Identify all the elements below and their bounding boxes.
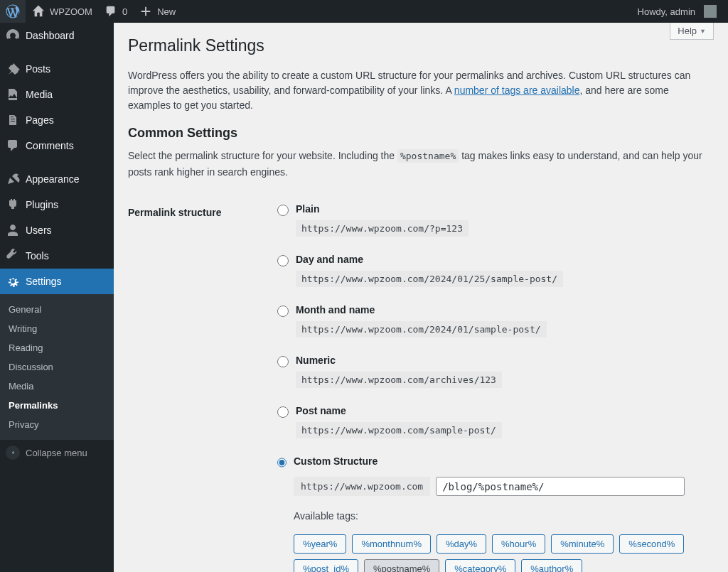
available-tags-label: Available tags: [294,510,707,522]
postname-tag-code: %postname% [397,149,459,163]
radio-post-name[interactable] [277,406,289,418]
account-link[interactable]: Howdy, admin [632,0,722,23]
radio-month-name[interactable] [277,306,289,317]
collapse-label: Collapse menu [26,448,87,458]
option-label: Plain [296,203,469,215]
option-example: https://www.wpzoom.com/?p=123 [296,220,469,237]
avatar [704,5,717,18]
plus-icon [139,4,153,18]
wp-logo[interactable] [0,0,26,23]
sidebar-item-media[interactable]: Media [0,82,114,107]
sidebar-item-posts[interactable]: Posts [0,56,114,82]
sidebar-item-label: Tools [26,250,49,261]
permalink-structure-options: Plain https://www.wpzoom.com/?p=123 Day … [277,203,707,572]
collapse-icon [6,446,20,460]
sub-item-media[interactable]: Media [0,377,114,396]
radio-custom[interactable] [277,457,287,468]
comment-count: 0 [122,6,127,17]
sub-item-privacy[interactable]: Privacy [0,415,114,434]
sub-item-writing[interactable]: Writing [0,319,114,338]
wordpress-icon [6,4,20,18]
sidebar-item-label: Users [26,225,52,236]
custom-structure-input[interactable] [436,477,685,496]
radio-plain[interactable] [277,205,289,216]
permalink-structure-label: Permalink structure [128,193,270,572]
admin-sidebar: Dashboard Posts Media Pages Comments [0,23,114,572]
tag-post-id[interactable]: %post_id% [294,559,358,572]
sidebar-item-label: Posts [26,63,50,75]
sidebar-item-appearance[interactable]: Appearance [0,166,114,192]
tag-author[interactable]: %author% [521,559,582,572]
option-label: Day and name [296,254,563,265]
common-settings-desc: Select the permalink structure for your … [128,148,711,180]
settings-icon [6,274,20,288]
option-day-name[interactable]: Day and name https://www.wpzoom.com/2024… [277,254,707,287]
chevron-down-icon: ▼ [700,28,706,35]
option-example: https://www.wpzoom.com/2024/01/25/sample… [296,271,563,287]
page-title: Permalink Settings [128,30,714,58]
sidebar-item-label: Appearance [26,173,80,185]
option-plain[interactable]: Plain https://www.wpzoom.com/?p=123 [277,203,707,237]
site-name-link[interactable]: WPZOOM [26,0,98,23]
comment-icon [104,4,118,18]
pages-icon [6,113,20,127]
option-label: Post name [296,405,502,416]
collapse-menu[interactable]: Collapse menu [0,440,114,465]
sidebar-item-tools[interactable]: Tools [0,243,114,269]
tag-monthnum[interactable]: %monthnum% [352,534,431,554]
option-month-name[interactable]: Month and name https://www.wpzoom.com/20… [277,304,707,338]
radio-numeric[interactable] [277,356,289,367]
site-name: WPZOOM [50,6,92,17]
sub-item-discussion[interactable]: Discussion [0,357,114,377]
sidebar-item-comments[interactable]: Comments [0,133,114,158]
admin-bar: WPZOOM 0 New Howdy, admin [0,0,728,23]
settings-submenu: General Writing Reading Discussion Media… [0,294,114,440]
sidebar-item-plugins[interactable]: Plugins [0,192,114,217]
sidebar-item-settings[interactable]: Settings [0,269,114,294]
plugin-icon [6,198,20,212]
tag-category[interactable]: %category% [445,559,515,572]
option-label: Numeric [296,355,502,366]
help-label: Help [678,26,697,36]
tag-day[interactable]: %day% [437,534,486,554]
sub-item-reading[interactable]: Reading [0,338,114,357]
tags-doc-link[interactable]: number of tags are available [454,85,580,96]
option-custom: Custom Structure https://www.wpzoom.com … [277,455,707,572]
tag-hour[interactable]: %hour% [492,534,545,554]
comment-icon [6,139,20,153]
common-settings-heading: Common Settings [128,126,714,141]
radio-day-name[interactable] [277,255,289,266]
option-example: https://www.wpzoom.com/sample-post/ [296,422,502,438]
sidebar-item-label: Settings [26,276,62,287]
help-toggle[interactable]: Help ▼ [670,23,714,40]
sidebar-item-label: Plugins [26,199,58,210]
option-example: https://www.wpzoom.com/archives/123 [296,372,502,388]
tag-second[interactable]: %second% [619,534,684,554]
comments-link[interactable]: 0 [98,0,133,23]
tool-icon [6,249,20,263]
media-icon [6,87,20,102]
appearance-icon [6,172,20,186]
sidebar-item-users[interactable]: Users [0,217,114,243]
sidebar-item-pages[interactable]: Pages [0,107,114,133]
sidebar-item-dashboard[interactable]: Dashboard [0,23,114,48]
option-post-name[interactable]: Post name https://www.wpzoom.com/sample-… [277,405,707,438]
sub-item-permalinks[interactable]: Permalinks [0,396,114,415]
custom-url-prefix: https://www.wpzoom.com [294,477,430,496]
option-example: https://www.wpzoom.com/2024/01/sample-po… [296,321,547,338]
tag-minute[interactable]: %minute% [551,534,614,554]
howdy-text: Howdy, admin [638,6,695,17]
tag-postname[interactable]: %postname% [364,559,439,572]
tag-year[interactable]: %year% [294,534,346,554]
tags-row: %year% %monthnum% %day% %hour% %minute% … [294,534,707,572]
sub-item-general[interactable]: General [0,300,114,319]
option-label: Month and name [296,304,547,315]
new-content-link[interactable]: New [133,0,181,23]
pin-icon [6,62,20,76]
new-label: New [157,6,176,17]
intro-paragraph: WordPress offers you the ability to crea… [128,68,711,113]
option-numeric[interactable]: Numeric https://www.wpzoom.com/archives/… [277,355,707,388]
sidebar-item-label: Pages [26,114,54,126]
sidebar-item-label: Dashboard [26,30,75,41]
sidebar-item-label: Media [26,89,53,100]
